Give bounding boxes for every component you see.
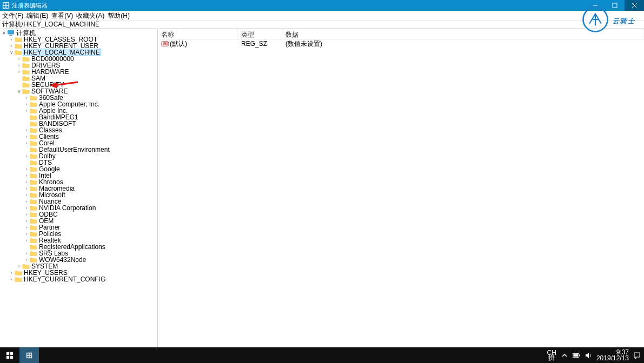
tree-item[interactable]: ›Partner [0,224,157,231]
tree-item[interactable]: SAM [0,75,157,82]
tree-item[interactable]: ›Clients [0,133,157,140]
tree-item[interactable]: ›Policies [0,231,157,237]
toggle-icon[interactable]: › [9,270,14,276]
toggle-icon[interactable]: › [9,36,14,43]
toggle-icon[interactable]: › [24,101,29,107]
tray-chevron-up-icon[interactable] [561,352,568,359]
toggle-icon[interactable]: › [24,140,29,146]
menu-edit[interactable]: 编辑(E) [26,11,48,21]
toggle-icon[interactable]: › [24,95,29,101]
toggle-icon[interactable]: › [24,224,29,231]
toggle-icon[interactable]: › [24,250,29,257]
toggle-icon[interactable]: › [24,166,29,172]
toggle-icon[interactable] [16,82,22,88]
toggle-icon[interactable]: › [24,257,29,263]
clock[interactable]: 9:372019/12/13 [596,349,629,361]
start-button[interactable] [0,347,19,363]
tree-item[interactable]: ›Dolby [0,153,157,159]
tree-item[interactable]: ›Apple Computer, Inc. [0,101,157,107]
ime-indicator[interactable]: CH拼 [547,351,556,360]
toggle-icon[interactable]: › [16,69,22,75]
toggle-icon[interactable]: › [24,133,29,140]
tree-item[interactable]: ›OEM [0,218,157,224]
toggle-icon[interactable]: › [16,263,22,270]
column-name[interactable]: 名称 [158,29,238,39]
toggle-icon[interactable] [16,75,22,82]
value-row[interactable]: ab (默认) REG_SZ (数值未设置) [158,39,644,48]
toggle-icon[interactable]: › [24,218,29,224]
tree-item[interactable]: SECURITY [0,82,157,88]
toggle-icon[interactable]: › [24,179,29,185]
values-header[interactable]: 名称 类型 数据 [158,29,644,39]
battery-icon[interactable] [573,352,580,359]
toggle-icon[interactable]: › [24,172,29,179]
tree-item[interactable]: ›Apple Inc. [0,107,157,114]
tree-item[interactable]: ›Microsoft [0,192,157,198]
svg-rect-2 [6,3,9,5]
menu-file[interactable]: 文件(F) [2,11,23,21]
toggle-icon[interactable]: › [24,205,29,211]
menu-view[interactable]: 查看(V) [51,11,73,21]
tree-panel[interactable]: ∨计算机›HKEY_CLASSES_ROOT›HKEY_CURRENT_USER… [0,29,158,347]
tree-hkcc[interactable]: ›HKEY_CURRENT_CONFIG [0,276,157,283]
menubar: 文件(F) 编辑(E) 查看(V) 收藏夹(A) 帮助(H) [0,11,644,21]
tree-item[interactable]: ›Intel [0,172,157,179]
svg-rect-21 [28,353,29,355]
svg-rect-9 [8,30,14,35]
menu-favorites[interactable]: 收藏夹(A) [76,11,104,21]
toggle-icon[interactable]: ∨ [9,49,14,56]
toggle-icon[interactable]: › [9,43,14,49]
tree-item[interactable]: ›HARDWARE [0,69,157,75]
toggle-icon[interactable]: › [24,192,29,198]
tree-item[interactable]: ›Google [0,166,157,172]
system-tray: CH拼 9:372019/12/13 [547,347,644,363]
tree-item[interactable]: ›ODBC [0,211,157,218]
minimize-button[interactable] [586,0,605,11]
tree-item[interactable]: BANDISOFT [0,120,157,127]
tree-item[interactable]: ›Macromedia [0,185,157,192]
tree-item[interactable]: ›WOW6432Node [0,257,157,263]
values-panel: 名称 类型 数据 ab (默认) REG_SZ (数值未设置) [158,29,644,347]
toggle-icon[interactable]: › [24,211,29,218]
toggle-icon[interactable]: › [24,185,29,192]
toggle-icon[interactable]: › [24,237,29,244]
toggle-icon[interactable]: › [24,231,29,237]
tree-item[interactable]: DTS [0,159,157,166]
tree-item[interactable]: ›Classes [0,127,157,133]
tree-item[interactable]: ›DRIVERS [0,62,157,69]
toggle-icon[interactable]: › [24,107,29,114]
toggle-icon[interactable]: › [16,56,22,62]
toggle-icon[interactable] [24,244,29,250]
tree-hklm[interactable]: ∨HKEY_LOCAL_MACHINE [0,49,157,56]
toggle-icon[interactable]: › [24,127,29,133]
svg-rect-19 [10,355,13,358]
tree-item[interactable]: RegisteredApplications [0,244,157,250]
tree-item[interactable]: ›Khronos [0,179,157,185]
tree-item[interactable]: BandiMPEG1 [0,114,157,120]
tree-item[interactable]: ›BCD00000000 [0,56,157,62]
tree-item[interactable]: ›NVIDIA Corporation [0,205,157,211]
column-type[interactable]: 类型 [238,29,282,39]
volume-icon[interactable] [585,352,592,359]
tree-item[interactable]: DefaultUserEnvironment [0,146,157,153]
toggle-icon[interactable]: › [9,276,14,283]
svg-rect-3 [4,6,6,8]
toggle-icon[interactable] [24,159,29,166]
toggle-icon[interactable] [24,146,29,153]
close-button[interactable] [625,0,644,11]
tree-software[interactable]: ∨SOFTWARE [0,88,157,95]
toggle-icon[interactable] [24,114,29,120]
toggle-icon[interactable] [24,120,29,127]
toggle-icon[interactable]: › [16,62,22,69]
task-regedit[interactable] [19,347,39,363]
notification-icon[interactable] [633,352,641,359]
toggle-icon[interactable]: ∨ [16,88,22,95]
svg-rect-23 [28,355,29,357]
toggle-icon[interactable]: ∨ [1,30,6,36]
column-data[interactable]: 数据 [282,29,644,39]
menu-help[interactable]: 帮助(H) [108,11,130,21]
address-bar[interactable]: 计算机\HKEY_LOCAL_MACHINE [0,21,644,29]
maximize-button[interactable] [605,0,625,11]
toggle-icon[interactable]: › [24,198,29,205]
toggle-icon[interactable]: › [24,153,29,159]
